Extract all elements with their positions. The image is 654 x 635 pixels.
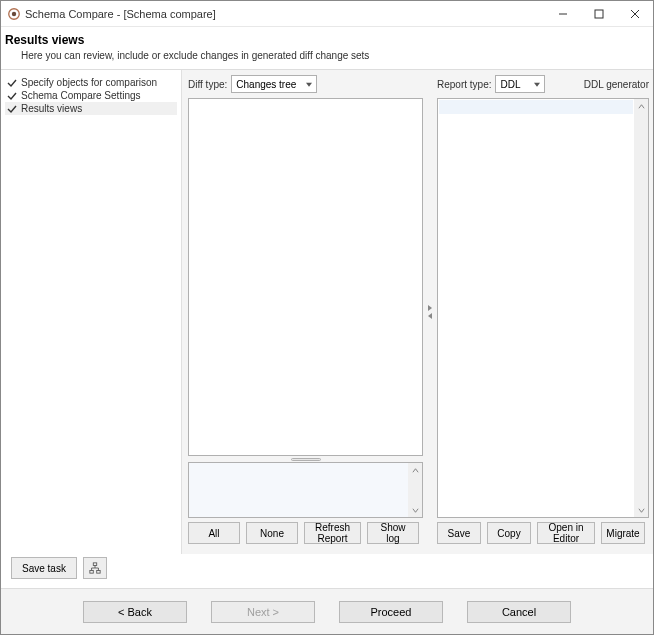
minimize-button[interactable] [545, 1, 581, 27]
left-pane-header: Diff type: Changes tree [188, 74, 423, 94]
right-pane: Report type: DDL DDL generator Save Copy… [433, 70, 653, 554]
window: Schema Compare - [Schema compare] Result… [0, 0, 654, 635]
back-button[interactable]: < Back [83, 601, 187, 623]
migrate-button[interactable]: Migrate [601, 522, 645, 544]
cancel-button[interactable]: Cancel [467, 601, 571, 623]
window-title: Schema Compare - [Schema compare] [25, 8, 216, 20]
svg-rect-8 [97, 571, 100, 574]
step-label: Schema Compare Settings [21, 90, 141, 101]
diff-type-combo[interactable]: Changes tree [231, 75, 317, 93]
changes-tree[interactable] [188, 98, 423, 456]
svg-point-1 [12, 11, 16, 15]
schedule-task-button[interactable] [83, 557, 107, 579]
app-icon [7, 7, 21, 21]
all-button[interactable]: All [188, 522, 240, 544]
details-box[interactable] [188, 462, 423, 518]
show-log-button[interactable]: Show log [367, 522, 419, 544]
header: Results views Here you can review, inclu… [1, 27, 653, 70]
maximize-button[interactable] [581, 1, 617, 27]
svg-rect-6 [93, 563, 96, 566]
wizard-footer: < Back Next > Proceed Cancel [1, 588, 653, 634]
svg-rect-7 [90, 571, 93, 574]
page-title: Results views [5, 33, 645, 47]
content: Specify objects for comparison Schema Co… [1, 70, 653, 554]
report-box[interactable] [437, 98, 649, 518]
left-pane: Diff type: Changes tree All None Refresh… [182, 70, 427, 554]
close-button[interactable] [617, 1, 653, 27]
right-pane-header: Report type: DDL DDL generator [437, 74, 649, 94]
titlebar-controls [545, 1, 653, 27]
tree-icon [89, 562, 101, 574]
step-compare-settings[interactable]: Schema Compare Settings [5, 89, 177, 102]
left-button-row: All None Refresh Report Show log [188, 518, 423, 550]
scroll-down-icon[interactable] [408, 503, 422, 517]
ddl-generator-label: DDL generator [584, 79, 649, 90]
check-icon [7, 91, 17, 101]
open-in-editor-button[interactable]: Open in Editor [537, 522, 595, 544]
proceed-button[interactable]: Proceed [339, 601, 443, 623]
main-area: Diff type: Changes tree All None Refresh… [181, 70, 653, 554]
task-bar: Save task [1, 554, 653, 588]
titlebar: Schema Compare - [Schema compare] [1, 1, 653, 27]
page-subtitle: Here you can review, include or exclude … [21, 50, 645, 61]
scroll-up-icon[interactable] [408, 463, 422, 477]
diff-type-label: Diff type: [188, 79, 227, 90]
step-label: Specify objects for comparison [21, 77, 157, 88]
check-icon [7, 78, 17, 88]
refresh-report-button[interactable]: Refresh Report [304, 522, 361, 544]
none-button[interactable]: None [246, 522, 298, 544]
check-icon [7, 104, 17, 114]
scroll-down-icon[interactable] [634, 503, 648, 517]
next-button: Next > [211, 601, 315, 623]
scrollbar-vertical[interactable] [634, 99, 648, 517]
step-label: Results views [21, 103, 82, 114]
copy-button[interactable]: Copy [487, 522, 531, 544]
svg-rect-3 [595, 10, 603, 18]
step-results-views[interactable]: Results views [5, 102, 177, 115]
sidebar: Specify objects for comparison Schema Co… [1, 70, 181, 554]
step-specify-objects[interactable]: Specify objects for comparison [5, 76, 177, 89]
save-button[interactable]: Save [437, 522, 481, 544]
titlebar-left: Schema Compare - [Schema compare] [7, 7, 216, 21]
save-task-button[interactable]: Save task [11, 557, 77, 579]
scroll-up-icon[interactable] [634, 99, 648, 113]
scrollbar-vertical[interactable] [408, 463, 422, 517]
right-button-row: Save Copy Open in Editor Migrate [437, 518, 649, 550]
report-type-label: Report type: [437, 79, 491, 90]
report-type-combo[interactable]: DDL [495, 75, 545, 93]
